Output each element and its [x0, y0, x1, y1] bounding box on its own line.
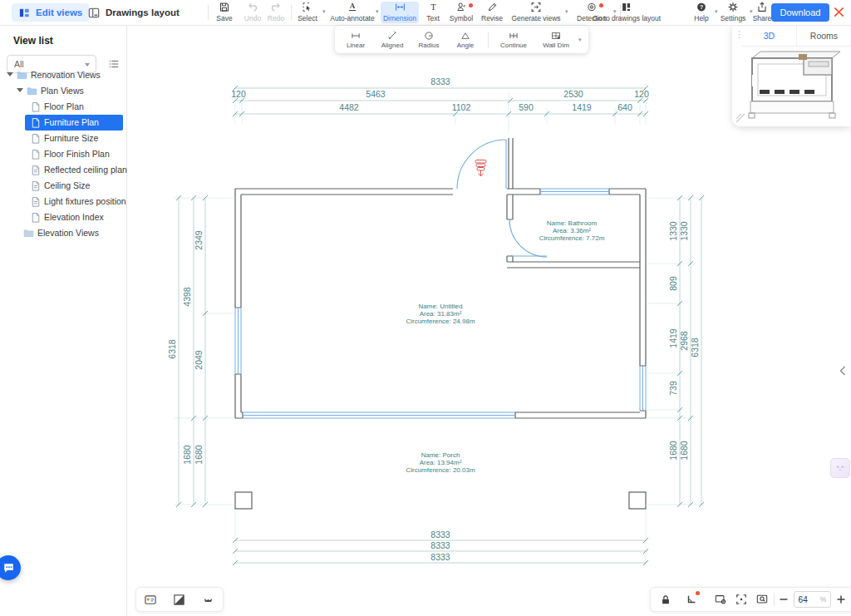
canvas-style-toolbar	[135, 587, 224, 612]
svg-text:T: T	[430, 2, 436, 12]
tree-item-ceiling-size[interactable]: Ceiling Size	[0, 178, 126, 194]
plan-document-icon	[31, 165, 41, 175]
share-icon	[756, 2, 768, 12]
tree-item-elevation-views[interactable]: Elevation Views	[0, 225, 126, 241]
tab-3d[interactable]: 3D	[742, 25, 796, 46]
zoom-in-button[interactable]	[834, 589, 849, 610]
display-settings-button[interactable]	[711, 589, 731, 610]
dim-value: 739	[668, 381, 678, 396]
tab-edit-views[interactable]: Edit views	[12, 3, 89, 22]
help-button[interactable]: ? Help	[690, 2, 713, 23]
plan-document-icon	[31, 180, 41, 191]
tree-item-floor-finish-plan[interactable]: Floor Finish Plan	[0, 146, 126, 162]
aligned-dim-button[interactable]: Aligned	[378, 31, 406, 49]
text-tool-button[interactable]: T Text	[422, 2, 444, 23]
zoom-level-input[interactable]: 64 %	[794, 591, 832, 608]
close-icon[interactable]	[833, 6, 845, 22]
folder-icon	[23, 228, 34, 239]
assistant-button[interactable]	[830, 458, 850, 478]
help-caret-icon[interactable]: ▾	[715, 8, 718, 15]
tree-item-light-fixtures-position[interactable]: Light fixtures position	[0, 194, 126, 209]
download-button[interactable]: Download	[771, 3, 829, 22]
auto-annotate-caret-icon[interactable]: ▾	[376, 8, 379, 15]
tree-item-label: Floor Finish Plan	[44, 149, 110, 159]
symbol-notification-dot	[469, 3, 473, 7]
toolbar-divider	[291, 5, 292, 20]
select-label: Select	[298, 15, 317, 23]
goto-drawings-layout-button[interactable]: Go to drawings layout	[585, 2, 668, 23]
plan-document-icon	[31, 149, 41, 160]
zoom-out-button[interactable]	[776, 589, 791, 610]
tree-item-floor-plan[interactable]: Floor Plan	[0, 99, 126, 115]
tree-expand-caret-icon[interactable]	[17, 88, 23, 92]
tree-item-furniture-size[interactable]: Furniture Size	[0, 131, 126, 146]
dim-value: 590	[519, 102, 534, 112]
generate-views-caret-icon[interactable]: ▾	[565, 8, 568, 15]
tree-item-reflected-ceiling-plan[interactable]: Reflected ceiling plan	[0, 162, 126, 178]
angle-dim-button[interactable]: Angle	[451, 31, 480, 49]
tree-expand-caret-icon[interactable]	[7, 72, 13, 76]
lock-icon	[660, 594, 671, 606]
contrast-mode-button[interactable]	[168, 589, 191, 610]
wall-dim-caret-icon[interactable]: ▾	[578, 37, 582, 43]
symbol-tool-button[interactable]: Symbol	[447, 2, 475, 23]
revise-icon	[487, 2, 498, 12]
panel-collapse-chevron[interactable]	[839, 366, 846, 378]
angle-snap-icon	[686, 594, 697, 605]
continue-dim-button[interactable]: Continue	[497, 31, 530, 49]
display-settings-icon	[714, 594, 727, 605]
tab-drawings-layout[interactable]: Drawings layout	[81, 3, 186, 22]
zoom-fit-icon	[735, 594, 747, 605]
undo-button[interactable]: Undo	[241, 2, 264, 23]
dim-value: 6318	[167, 339, 177, 359]
dim-value: 2530	[563, 89, 583, 99]
3d-preview-image[interactable]	[732, 47, 851, 126]
submenu-divider	[488, 32, 489, 48]
angle-snap-button[interactable]	[681, 589, 702, 610]
room-name: Name: Porch	[421, 451, 460, 459]
save-button[interactable]: Save	[213, 2, 236, 23]
background-image-button[interactable]	[139, 589, 162, 610]
select-caret-icon[interactable]: ▾	[322, 8, 326, 15]
tree-item-elevation-index[interactable]: Elevation Index	[0, 209, 126, 225]
generate-views-button[interactable]: Generate views	[509, 2, 563, 23]
dim-value: 1680	[679, 441, 689, 461]
revise-tool-button[interactable]: Revise	[479, 2, 505, 23]
settings-button[interactable]: Settings	[718, 2, 748, 23]
tree-item-label: Ceiling Size	[44, 180, 90, 190]
viewport-toolbar: 64 %	[650, 587, 851, 612]
redo-icon	[270, 2, 282, 12]
wall-dim-icon	[550, 31, 562, 41]
tab-edit-views-label: Edit views	[36, 7, 82, 17]
tree-item-furniture-plan[interactable]: Furniture Plan	[0, 115, 126, 131]
tree-item-renovation-views[interactable]: Renovation Views	[0, 67, 126, 83]
radius-dim-icon	[423, 31, 435, 41]
drawings-layout-icon	[88, 7, 101, 19]
zoom-region-button[interactable]	[751, 589, 772, 610]
tree-item-plan-views[interactable]: Plan Views	[0, 83, 126, 99]
help-label: Help	[694, 15, 708, 23]
linear-dim-button[interactable]: Linear	[342, 31, 370, 49]
zoom-fit-button[interactable]	[730, 589, 751, 610]
select-tool-button[interactable]: Select	[294, 2, 321, 23]
dim-value: 4482	[339, 102, 359, 112]
auto-annotate-icon: A	[347, 2, 358, 12]
dimension-label: Dimension	[383, 15, 416, 23]
tab-drawings-layout-label: Drawings layout	[106, 7, 180, 17]
minimap-button[interactable]	[197, 589, 220, 610]
continue-dim-label: Continue	[500, 42, 527, 49]
panel-resize-handle[interactable]	[735, 113, 745, 123]
zoom-region-icon	[755, 594, 769, 605]
dimension-tool-button[interactable]: Dimension	[381, 2, 419, 23]
tab-rooms[interactable]: Rooms	[796, 25, 851, 46]
radius-dim-button[interactable]: Radius	[415, 31, 443, 49]
radius-dim-label: Radius	[419, 42, 440, 49]
dim-value: 1419	[572, 102, 592, 112]
dim-ticks	[176, 86, 704, 565]
wall-dim-button[interactable]: Wall Dim	[539, 31, 573, 49]
lock-button[interactable]	[656, 589, 676, 610]
auto-annotate-button[interactable]: A Auto-annotate	[329, 2, 376, 23]
zoom-value: 64	[799, 595, 808, 604]
redo-button[interactable]: Redo	[264, 2, 288, 23]
goto-drawings-layout-label: Go to drawings layout	[593, 15, 661, 23]
